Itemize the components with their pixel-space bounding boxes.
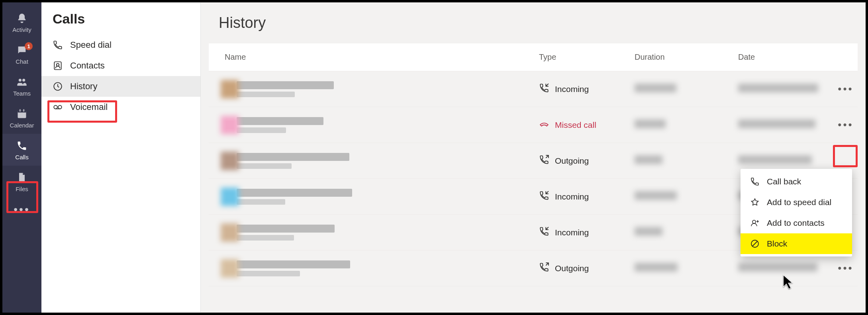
rail-teams[interactable]: Teams	[2, 70, 41, 102]
context-menu: Call back Add to speed dial Add to conta…	[741, 169, 852, 256]
ctx-block-label: Block	[767, 239, 787, 248]
table-row[interactable]: Missed call •••	[209, 107, 858, 143]
avatar	[221, 80, 239, 98]
calls-history[interactable]: History	[41, 76, 200, 97]
duration-redacted	[635, 119, 666, 128]
type-cell: Outgoing	[539, 155, 635, 167]
calls-speed-dial-label: Speed dial	[70, 40, 112, 50]
date-cell	[738, 84, 834, 94]
add-contact-icon	[750, 218, 760, 228]
rail-chat-label: Chat	[16, 58, 28, 65]
subtitle-redacted	[237, 199, 285, 205]
rail-calls-label: Calls	[15, 154, 28, 160]
name-cell	[233, 117, 539, 133]
col-date: Date	[738, 53, 834, 62]
svg-point-1	[22, 78, 25, 81]
duration-redacted	[635, 227, 662, 236]
calls-voicemail[interactable]: Voicemail	[41, 97, 200, 117]
type-label: Incoming	[555, 228, 589, 237]
type-cell: Incoming	[539, 83, 635, 95]
name-redacted	[237, 189, 352, 197]
date-redacted	[738, 155, 812, 164]
avatar	[221, 188, 239, 206]
table-row[interactable]: Incoming •••	[209, 71, 858, 107]
col-type: Type	[539, 53, 635, 62]
date-redacted	[738, 263, 817, 272]
rail-files-label: Files	[16, 186, 28, 192]
name-redacted	[237, 225, 335, 233]
row-more-button[interactable]: •••	[834, 119, 858, 131]
svg-point-9	[54, 106, 57, 109]
ctx-call-back[interactable]: Call back	[741, 171, 852, 192]
row-more-button[interactable]: •••	[834, 262, 858, 274]
date-cell	[738, 155, 834, 166]
call-type-icon	[539, 190, 549, 203]
ctx-add-contacts-label: Add to contacts	[767, 218, 825, 228]
rail-calls[interactable]: Calls	[2, 134, 41, 166]
rail-calendar-label: Calendar	[10, 122, 34, 129]
subtitle-redacted	[237, 92, 295, 97]
calls-speed-dial[interactable]: Speed dial	[41, 35, 200, 55]
ctx-add-contacts[interactable]: Add to contacts	[741, 213, 852, 233]
type-cell: Outgoing	[539, 262, 635, 274]
svg-rect-5	[24, 109, 24, 112]
type-label: Missed call	[555, 120, 596, 130]
type-cell: Missed call	[539, 119, 635, 131]
ctx-call-back-label: Call back	[767, 177, 801, 186]
call-type-icon	[539, 119, 549, 131]
ctx-add-speed-dial-label: Add to speed dial	[767, 198, 831, 207]
svg-rect-4	[20, 109, 20, 112]
calls-panel: Calls Speed dial Contacts History Voicem…	[41, 2, 201, 313]
date-redacted	[738, 84, 818, 92]
date-cell	[738, 119, 834, 130]
name-cell	[233, 81, 539, 97]
ctx-add-speed-dial[interactable]: Add to speed dial	[741, 192, 852, 213]
svg-point-10	[58, 106, 62, 109]
block-icon	[750, 239, 760, 248]
duration-redacted	[635, 263, 678, 272]
col-duration: Duration	[635, 53, 738, 62]
subtitle-redacted	[237, 127, 286, 133]
call-type-icon	[539, 226, 549, 239]
avatar	[221, 259, 239, 278]
rail-calendar[interactable]: Calendar	[2, 102, 41, 134]
svg-point-7	[57, 64, 59, 67]
type-label: Outgoing	[555, 156, 589, 166]
name-cell	[233, 189, 539, 205]
duration-cell	[635, 119, 738, 130]
avatar	[221, 116, 239, 134]
duration-cell	[635, 227, 738, 238]
rail-files[interactable]: Files	[2, 166, 41, 198]
date-redacted	[738, 119, 815, 128]
call-type-icon	[539, 155, 549, 167]
duration-cell	[635, 155, 738, 166]
cursor-icon	[782, 274, 795, 290]
name-redacted	[237, 81, 334, 89]
left-rail: Activity 1 Chat Teams Calendar Calls	[2, 2, 41, 313]
type-cell: Incoming	[539, 226, 635, 239]
rail-activity[interactable]: Activity	[2, 6, 41, 38]
rail-teams-label: Teams	[13, 90, 31, 97]
subtitle-redacted	[237, 271, 300, 276]
row-more-button[interactable]: •••	[834, 83, 858, 95]
app-root: Activity 1 Chat Teams Calendar Calls	[2, 2, 866, 313]
subtitle-redacted	[237, 163, 292, 169]
rail-activity-label: Activity	[12, 26, 31, 33]
type-label: Incoming	[555, 84, 589, 94]
ctx-block[interactable]: Block	[741, 233, 852, 254]
file-icon	[16, 171, 28, 184]
rail-chat[interactable]: 1 Chat	[2, 38, 41, 70]
name-redacted	[237, 153, 349, 161]
calls-panel-list: Speed dial Contacts History Voicemail	[41, 35, 200, 117]
call-type-icon	[539, 83, 549, 95]
type-cell: Incoming	[539, 190, 635, 203]
teams-icon	[16, 76, 28, 88]
name-cell	[233, 225, 539, 241]
rail-more[interactable]: •••	[2, 198, 41, 221]
calls-history-label: History	[70, 81, 97, 92]
svg-point-11	[752, 220, 756, 223]
svg-rect-3	[18, 110, 26, 112]
call-type-icon	[539, 262, 549, 274]
history-title: History	[201, 2, 866, 43]
calls-contacts[interactable]: Contacts	[41, 55, 200, 76]
